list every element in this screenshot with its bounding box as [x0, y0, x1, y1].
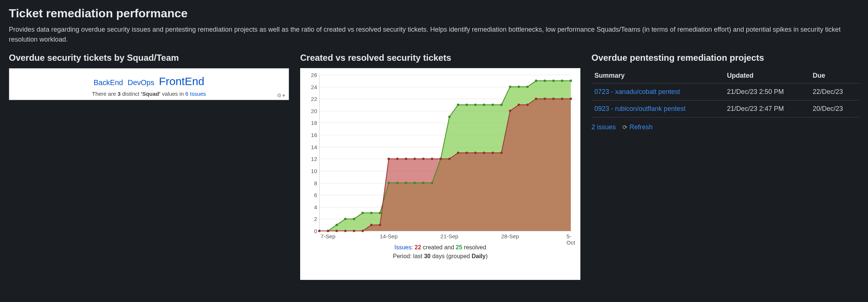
chart-series-point-resolved[interactable]	[509, 85, 511, 88]
chart-series-point-resolved[interactable]	[336, 224, 338, 226]
chart-series-point-resolved[interactable]	[570, 80, 572, 82]
chart-series-point-created[interactable]	[353, 230, 355, 232]
chart-series-point-resolved[interactable]	[388, 182, 390, 184]
chart-series-point-resolved[interactable]	[552, 80, 555, 82]
chart-gadget: 024681012141618202224267-Sep14-Sep21-Sep…	[300, 68, 580, 280]
chart-series-point-created[interactable]	[492, 152, 494, 154]
chart-series-point-created[interactable]	[483, 152, 485, 154]
wordcloud-gadget: BackEnd DevOps FrontEnd There are 3 dist…	[9, 68, 289, 100]
wordcloud-term[interactable]: BackEnd	[94, 78, 123, 87]
chart-series-point-resolved[interactable]	[474, 103, 476, 106]
col-summary[interactable]: Summary	[591, 68, 724, 84]
wc-caption-mid1: distinct	[121, 91, 141, 97]
chart-series-point-resolved[interactable]	[379, 212, 381, 214]
chart-series-point-created[interactable]	[561, 98, 563, 100]
cell-summary[interactable]: 0923 - rubicon/outflank pentest	[591, 101, 724, 117]
wc-caption-prefix: There are	[92, 91, 118, 97]
chart-series-point-created[interactable]	[552, 98, 555, 100]
table-header-row: Summary Updated Due	[591, 68, 859, 84]
chart-series-point-resolved[interactable]	[483, 103, 485, 106]
chart-series-point-resolved[interactable]	[457, 103, 459, 106]
chart-series-point-created[interactable]	[344, 230, 346, 232]
chart-legend-sep: :	[412, 244, 415, 250]
chart-series-point-created[interactable]	[544, 98, 546, 100]
gadget-options-menu[interactable]: ⚙ ▾	[277, 92, 285, 98]
panel-title-pentest: Overdue pentesting remediation projects	[591, 53, 859, 63]
chart-series-point-created[interactable]	[379, 224, 381, 226]
chart-series-point-resolved[interactable]	[500, 103, 503, 106]
wordcloud-terms: BackEnd DevOps FrontEnd	[15, 75, 283, 88]
chart-series-point-created[interactable]	[370, 224, 372, 226]
page-description: Provides data regarding overdue security…	[9, 25, 857, 45]
col-updated[interactable]: Updated	[724, 68, 810, 84]
panel-title-chart: Created vs resolved security tickets	[300, 53, 580, 63]
chart-period-days: 30	[424, 253, 431, 259]
chart-series-point-created[interactable]	[535, 98, 537, 100]
chart-series-point-created[interactable]	[457, 152, 459, 154]
cell-due: 20/Dec/23	[810, 101, 859, 117]
chart-series-point-resolved[interactable]	[431, 182, 433, 184]
chart-series-point-resolved[interactable]	[413, 182, 416, 184]
chart-series-point-resolved[interactable]	[526, 85, 528, 88]
chart-period-group: Daily	[472, 253, 486, 259]
chart-period-mid: days (grouped	[431, 253, 472, 259]
wc-field-name: 'Squad'	[141, 91, 160, 97]
chart-period-prefix: Period: last	[393, 253, 424, 259]
panel-created-vs-resolved: Created vs resolved security tickets 024…	[300, 53, 580, 280]
chart-series-point-created[interactable]	[474, 152, 476, 154]
chart-series-point-resolved[interactable]	[518, 85, 520, 88]
chart-period-suffix: )	[486, 253, 487, 259]
chart-series-point-resolved[interactable]	[405, 182, 407, 184]
chart-series-point-resolved[interactable]	[353, 218, 355, 220]
chart-series-point-created[interactable]	[361, 230, 364, 232]
cell-updated: 21/Dec/23 2:47 PM	[724, 101, 810, 117]
chart-series-point-resolved[interactable]	[370, 212, 372, 214]
chart-series-point-created[interactable]	[570, 98, 572, 100]
chart-series-point-resolved[interactable]	[561, 80, 563, 82]
chart-series-point-resolved[interactable]	[344, 218, 346, 220]
pentest-issues-link[interactable]: 2 issues	[591, 123, 616, 131]
table-row: 0723 - xanadu/cobalt pentest21/Dec/23 2:…	[591, 84, 859, 101]
chart-series-point-resolved[interactable]	[448, 116, 451, 118]
chart-series-point-resolved[interactable]	[361, 212, 364, 214]
wc-distinct-count: 3	[118, 91, 121, 97]
chart-series-point-created[interactable]	[318, 230, 320, 232]
wordcloud-term[interactable]: FrontEnd	[159, 75, 204, 87]
chart-series-point-created[interactable]	[431, 158, 433, 160]
chart-series-point-created[interactable]	[466, 152, 468, 154]
chart-series-point-created[interactable]	[405, 158, 407, 160]
col-due[interactable]: Due	[810, 68, 859, 84]
chart-series-point-created[interactable]	[327, 230, 329, 232]
chart-series-point-created[interactable]	[500, 152, 503, 154]
cell-summary[interactable]: 0723 - xanadu/cobalt pentest	[591, 84, 724, 101]
chart-series-point-created[interactable]	[526, 103, 528, 106]
chart-series-point-created[interactable]	[422, 158, 424, 160]
chart-series-point-created[interactable]	[448, 158, 451, 160]
chart-series-point-resolved[interactable]	[492, 103, 494, 106]
chart-series-point-created[interactable]	[413, 158, 416, 160]
wc-issues-link[interactable]: 6 Issues	[185, 91, 206, 97]
chart-series-point-created[interactable]	[509, 110, 511, 112]
table-row: 0923 - rubicon/outflank pentest21/Dec/23…	[591, 101, 859, 117]
refresh-icon: ⟳	[622, 124, 627, 131]
chart-legend-period: Period: last 30 days (grouped Daily)	[305, 253, 576, 260]
wordcloud-term[interactable]: DevOps	[128, 78, 154, 87]
chart-created-label: created and	[421, 244, 455, 250]
chart-series-point-created[interactable]	[396, 158, 398, 160]
pentest-table-footer: 2 issues ⟳ Refresh	[591, 123, 859, 131]
chart-series-point-resolved[interactable]	[422, 182, 424, 184]
chart-series-point-resolved[interactable]	[396, 182, 398, 184]
chart-issues-link[interactable]: Issues	[394, 244, 411, 250]
chart-series-point-created[interactable]	[336, 230, 338, 232]
panel-overdue-pentest: Overdue pentesting remediation projects …	[591, 53, 859, 280]
chart-resolved-count: 25	[456, 244, 462, 250]
refresh-button[interactable]: ⟳ Refresh	[622, 123, 653, 131]
chart-series-point-resolved[interactable]	[535, 80, 537, 82]
panels-row: Overdue security tickets by Squad/Team B…	[9, 53, 859, 280]
chart-series-point-resolved[interactable]	[544, 80, 546, 82]
chart-series-point-resolved[interactable]	[466, 103, 468, 106]
chart-series-point-created[interactable]	[440, 158, 442, 160]
pentest-table: Summary Updated Due 0723 - xanadu/cobalt…	[591, 68, 859, 117]
chart-series-point-created[interactable]	[388, 158, 390, 160]
chart-series-point-created[interactable]	[518, 103, 520, 106]
